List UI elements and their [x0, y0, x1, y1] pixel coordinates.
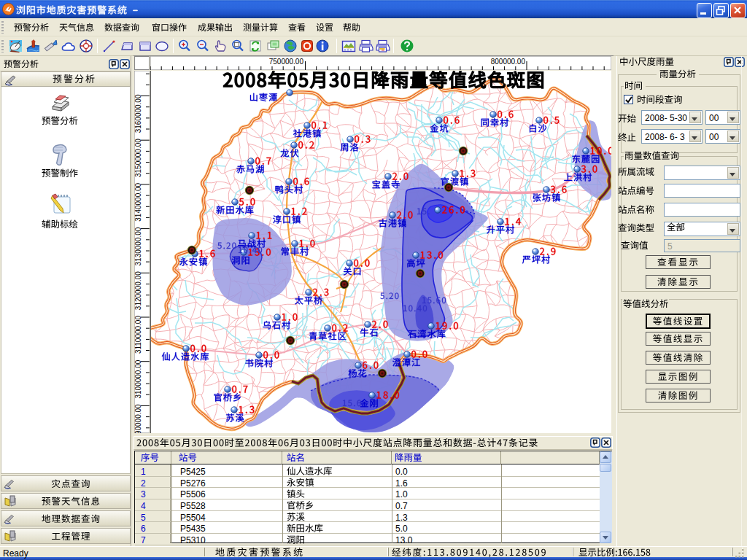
svg-text:750000.00: 750000.00: [269, 58, 304, 66]
svg-text:3160000.00: 3160000.00: [134, 94, 142, 133]
svg-text:3090000.00: 3090000.00: [134, 404, 142, 433]
svg-text:3110000.00: 3110000.00: [134, 316, 142, 354]
svg-text:800000.00: 800000.00: [491, 58, 526, 66]
svg-text:3140000.00: 3140000.00: [134, 182, 142, 221]
svg-text:3130000.00: 3130000.00: [134, 227, 142, 265]
svg-text:3100000.00: 3100000.00: [134, 359, 142, 398]
svg-text:3150000.00: 3150000.00: [134, 139, 142, 177]
svg-text:3120000.00: 3120000.00: [134, 271, 142, 310]
